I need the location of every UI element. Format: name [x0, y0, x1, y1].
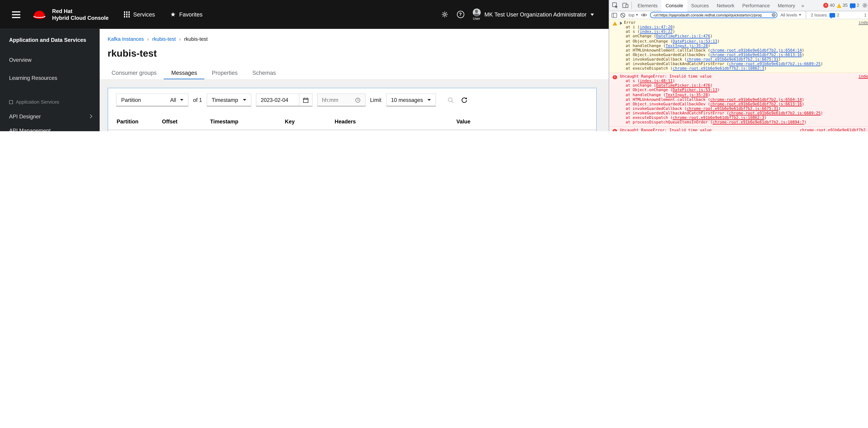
devtools-tab-console[interactable]: Console: [661, 0, 687, 11]
user-menu[interactable]: User MK Test User Organization Administr…: [472, 8, 594, 20]
console-sidebar-icon[interactable]: [612, 12, 617, 18]
error-counter[interactable]: × 40: [824, 3, 835, 8]
stack-frame: at HTMLUnknownElement.callCallback (chro…: [620, 97, 868, 102]
clear-filter-icon[interactable]: ×: [772, 13, 776, 17]
devtools-tab-performance[interactable]: Performance: [738, 0, 774, 11]
table-row[interactable]: 01Feb 4, 2023,09:45:59.544 AM UTCNo keyN…: [108, 130, 596, 131]
stack-location-link[interactable]: TextInput.js:35:28: [665, 43, 708, 48]
sidebar-item-overview[interactable]: Overview: [0, 50, 100, 68]
stack-location-link[interactable]: DatePicker.js:53:13: [673, 88, 717, 92]
sidebar-item-api-designer[interactable]: API Designer: [0, 109, 100, 123]
issues-chat-icon: [850, 3, 856, 8]
clear-console-icon[interactable]: [620, 12, 626, 18]
tab-schemas[interactable]: Schemas: [245, 66, 283, 80]
search-icon: [447, 96, 454, 103]
live-expression-eye-icon[interactable]: [641, 12, 647, 18]
stack-frame: at invokeGuardedCallbackAndCatchFirstErr…: [620, 62, 868, 66]
stack-location-link[interactable]: index.js:47:20: [640, 25, 673, 30]
limit-value: 10 messages: [391, 97, 423, 103]
stack-location-link[interactable]: chrome-root.e91b6e9e61dbf7b2.js:6689:25: [729, 111, 820, 116]
tab-properties[interactable]: Properties: [205, 66, 245, 80]
limit-select[interactable]: 10 messages: [386, 93, 436, 106]
sidebar-item-api-management[interactable]: API Management: [0, 123, 100, 131]
console-message-head: Uncaught RangeError: Invalid time valuei…: [620, 74, 868, 79]
settings-gear-button[interactable]: [441, 11, 448, 18]
devtools-tab-network[interactable]: Network: [713, 0, 738, 11]
avatar-label: User: [473, 17, 480, 21]
nav-toggle-button[interactable]: [12, 9, 20, 20]
help-button[interactable]: ?: [457, 11, 464, 18]
stack-location-link[interactable]: chrome-root.e91b6e9e61dbf7b2.js:6613:16: [710, 53, 802, 57]
stack-location-link[interactable]: chrome-root.e91b6e9e61dbf7b2.js:6564:14: [710, 97, 802, 102]
favorites-button[interactable]: ★ Favorites: [170, 11, 203, 18]
console-filter-input[interactable]: [653, 13, 772, 17]
issues-chip[interactable]: 2 Issues: 2: [811, 12, 839, 18]
stack-location-link[interactable]: chrome-root.e91b6e9e61dbf7b2.js:6613:16: [710, 102, 802, 106]
page-tabs: Consumer groupsMessagesPropertiesSchemas: [100, 66, 609, 81]
chevron-down-icon: [636, 14, 638, 16]
expand-arrow-icon[interactable]: [620, 22, 622, 25]
context-selector[interactable]: top: [628, 12, 638, 18]
console-source-link[interactable]: chrome-root.e91b6e9e61dbf7b2.js:6710: [795, 128, 868, 131]
date-picker: [256, 93, 312, 106]
stack-location-link[interactable]: chrome-root.e91b6e9e61dbf7b2.js:6675:31: [687, 57, 778, 62]
tab-messages[interactable]: Messages: [164, 66, 204, 80]
stack-location-link[interactable]: chrome-root.e91b6e9e61dbf7b2.js:10862:3: [673, 66, 764, 71]
calendar-button[interactable]: [299, 94, 312, 106]
breadcrumb-item[interactable]: rkubis-test: [152, 36, 176, 42]
log-levels-select[interactable]: All levels: [780, 12, 801, 18]
time-picker[interactable]: [317, 93, 365, 106]
stack-location-link[interactable]: index.js:45:22: [640, 30, 673, 34]
calendar-icon: [303, 97, 308, 103]
search-button[interactable]: [446, 95, 455, 104]
time-input[interactable]: [322, 97, 348, 103]
device-toolbar-button[interactable]: [621, 1, 630, 10]
stack-location-link[interactable]: DateTimePicker.js:1:476: [656, 84, 710, 88]
issues-counter[interactable]: 2: [850, 3, 859, 8]
issues-chat-icon: [830, 13, 835, 17]
filter-field-select[interactable]: Timestamp: [207, 93, 251, 106]
stack-frame: at invokeGuardedCallback (chrome-root.e9…: [620, 106, 868, 111]
stack-location-link[interactable]: DateTimePicker.js:1:476: [656, 34, 710, 39]
stack-location-link[interactable]: DatePicker.js:53:13: [673, 39, 717, 43]
devtools-topbar: ElementsConsoleSourcesNetworkPerformance…: [609, 0, 868, 11]
stack-location-link[interactable]: chrome-root.e91b6e9e61dbf7b2.js:6689:25: [729, 62, 820, 66]
stack-frame: at invokeGuardedCallbackAndCatchFirstErr…: [620, 111, 868, 116]
stack-location-link[interactable]: chrome-root.e91b6e9e61dbf7b2.js:10862:3: [673, 116, 764, 120]
chevron-down-icon: [591, 13, 594, 16]
stack-frame: at invokeGuardedCallback (chrome-root.e9…: [620, 57, 868, 62]
devtools-tab-memory[interactable]: Memory: [774, 0, 799, 11]
breadcrumb-item[interactable]: Kafka Instances: [107, 36, 144, 42]
column-header-headers: Headers: [335, 118, 456, 125]
date-input[interactable]: [256, 97, 296, 103]
stack-frame: at Object.invokeGuardedCallbackDev (chro…: [620, 102, 868, 106]
stack-location-link[interactable]: chrome-root.e91b6e9e61dbf7b2.js:10894:7: [713, 120, 804, 125]
redhat-logo[interactable]: Red Hat Hybrid Cloud Console: [31, 8, 108, 21]
devtools-settings-button[interactable]: [860, 1, 868, 10]
devtools-tab-elements[interactable]: Elements: [633, 0, 661, 11]
chevron-down-icon: [799, 14, 801, 16]
console-source-link[interactable]: index.js:47: [854, 20, 868, 25]
brand-text: Red Hat Hybrid Cloud Console: [52, 8, 108, 21]
warning-counter[interactable]: 35: [837, 3, 848, 8]
stack-location-link[interactable]: TextInput.js:35:28: [665, 93, 708, 97]
more-tabs-button[interactable]: »: [799, 0, 807, 11]
devtools-tab-sources[interactable]: Sources: [687, 0, 713, 11]
services-menu-button[interactable]: Services: [124, 11, 155, 18]
partition-select[interactable]: Partition All: [116, 93, 189, 106]
sidebar-item-learning-resources[interactable]: Learning Resources: [0, 68, 100, 87]
stack-location-link[interactable]: index.js:48:11: [640, 79, 673, 83]
inspect-element-button[interactable]: [610, 1, 619, 10]
filter-field-value: Timestamp: [212, 97, 238, 103]
sidebar: Application and Data Services OverviewLe…: [0, 29, 100, 131]
limit-label: Limit: [370, 97, 381, 103]
partition-count-label: of 1: [193, 97, 202, 103]
console-source-link[interactable]: index.js:48: [854, 74, 868, 79]
stack-location-link[interactable]: chrome-root.e91b6e9e61dbf7b2.js:6564:14: [710, 48, 802, 53]
tab-consumer-groups[interactable]: Consumer groups: [104, 66, 164, 80]
chevron-down-icon: [428, 99, 431, 101]
refresh-button[interactable]: [460, 95, 469, 104]
stack-location-link[interactable]: chrome-root.e91b6e9e61dbf7b2.js:6675:31: [687, 106, 778, 111]
redhat-fedora-icon: [31, 8, 48, 20]
column-header-key: Key: [285, 118, 335, 125]
